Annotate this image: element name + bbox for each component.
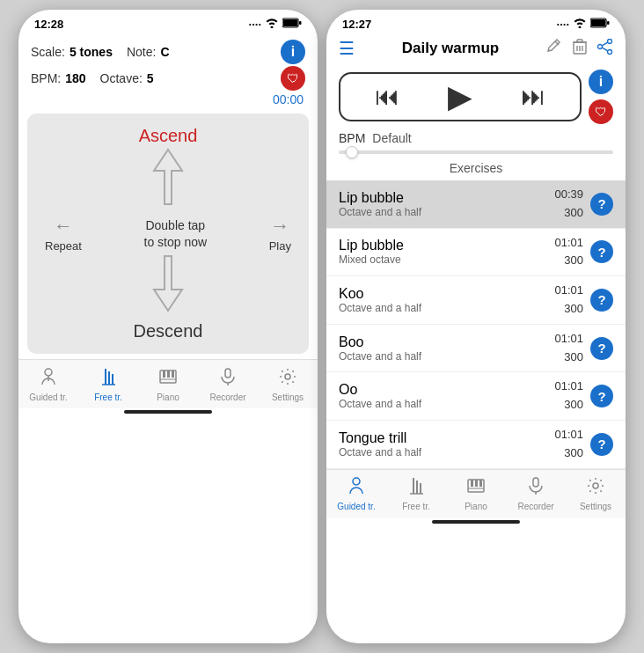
piano-icon — [158, 367, 178, 391]
svg-rect-9 — [112, 374, 113, 385]
next-button[interactable]: ⏭ — [521, 84, 545, 109]
right-bottom-nav: Guided tr. Free tr. Piano — [326, 469, 626, 518]
exercise-row-0[interactable]: Lip bubble Octave and a half 00:39300 ? — [326, 180, 626, 229]
exercise-sub-2: Octave and a half — [339, 302, 554, 314]
scale-label: Scale: — [31, 45, 65, 59]
right-nav-recorder[interactable]: Recorder — [506, 470, 566, 518]
info-button-right[interactable]: i — [589, 70, 613, 94]
bpm-value: 180 — [65, 71, 85, 85]
exercise-row-2[interactable]: Koo Octave and a half 01:01300 ? — [326, 276, 626, 325]
exercise-help-btn-3[interactable]: ? — [590, 337, 613, 360]
share-button[interactable] — [597, 39, 613, 59]
exercise-row-4[interactable]: Oo Octave and a half 01:01300 ? — [326, 372, 626, 421]
right-status-bar: 12:27 ···· — [326, 10, 626, 34]
exercise-info-2: Koo Octave and a half — [339, 286, 554, 314]
svg-point-31 — [598, 44, 603, 48]
slider-thumb[interactable] — [346, 146, 358, 158]
slider-track[interactable] — [339, 150, 613, 154]
exercise-name-0: Lip bubble — [339, 190, 554, 206]
avatar-button-right[interactable]: 🛡 — [589, 99, 613, 124]
exercise-row-5[interactable]: Tongue trill Octave and a half 01:01300 … — [326, 421, 626, 469]
svg-rect-25 — [577, 40, 582, 42]
trash-button[interactable] — [573, 39, 587, 59]
hamburger-button[interactable]: ☰ — [339, 38, 355, 59]
nav-recorder-label: Recorder — [209, 393, 245, 402]
left-battery-icon — [282, 18, 302, 31]
exercise-times-0: 00:39300 — [554, 186, 583, 223]
settings-button[interactable]: 🛡 — [281, 66, 305, 91]
player-section: ⏮ ▶ ⏭ i 🛡 — [326, 62, 626, 128]
settings-icon — [278, 367, 297, 391]
right-piano-icon — [466, 476, 486, 500]
exercise-help-btn-4[interactable]: ? — [590, 385, 613, 407]
left-status-bar: 12:28 ···· — [18, 10, 318, 34]
exercise-info-3: Boo Octave and a half — [339, 334, 554, 363]
exercise-help-btn-1[interactable]: ? — [590, 240, 613, 263]
right-nav-free-label: Free tr. — [402, 502, 430, 511]
exercise-times-4: 01:01300 — [554, 378, 583, 415]
edit-button[interactable] — [546, 39, 562, 59]
exercise-times-1: 01:01300 — [554, 234, 583, 271]
exercise-info-1: Lip bubble Mixed octave — [339, 238, 554, 266]
scale-value: 5 tones — [70, 45, 113, 59]
svg-rect-14 — [167, 371, 170, 378]
exercise-times-3: 01:01300 — [554, 330, 583, 367]
exercise-row-3[interactable]: Boo Octave and a half 01:01300 ? — [326, 325, 626, 373]
exercise-row-1[interactable]: Lip bubble Mixed octave 01:01300 ? — [326, 229, 626, 277]
right-time: 12:27 — [342, 18, 371, 31]
right-nav-settings-label: Settings — [580, 502, 611, 511]
up-arrow-icon — [150, 146, 186, 215]
nav-free-label: Free tr. — [94, 393, 122, 402]
left-header: Scale: 5 tones Note: C i BPM: — [18, 34, 318, 110]
exercise-sub-3: Octave and a half — [339, 350, 554, 363]
nav-guided-tr[interactable]: Guided tr. — [18, 360, 78, 408]
svg-rect-16 — [225, 369, 231, 378]
exercise-help-btn-2[interactable]: ? — [590, 289, 613, 312]
slider-row[interactable] — [326, 149, 626, 159]
play-button[interactable]: → Play — [269, 215, 291, 253]
right-nav-settings[interactable]: Settings — [566, 470, 626, 518]
svg-rect-21 — [607, 21, 610, 25]
bpm-label-right: BPM — [339, 131, 365, 145]
right-nav-guided-label: Guided tr. — [337, 502, 375, 511]
controls-row: ← Repeat Double tapto stop now → Play — [36, 215, 300, 253]
svg-rect-42 — [475, 480, 478, 487]
exercise-name-2: Koo — [339, 286, 554, 302]
exercise-name-4: Oo — [339, 382, 554, 398]
down-arrow-icon — [150, 253, 186, 321]
right-nav-recorder-label: Recorder — [517, 502, 553, 511]
svg-rect-13 — [163, 371, 165, 378]
bpm-default-value: Default — [372, 131, 411, 145]
left-bottom-nav: Guided tr. Free tr. Piano — [18, 359, 318, 408]
svg-marker-3 — [154, 150, 182, 204]
right-battery-icon — [590, 18, 610, 31]
right-nav-guided-tr[interactable]: Guided tr. — [326, 470, 386, 518]
exercise-help-btn-5[interactable]: ? — [590, 433, 613, 456]
right-nav-piano[interactable]: Piano — [446, 470, 506, 518]
svg-rect-20 — [591, 19, 605, 26]
nav-recorder[interactable]: Recorder — [198, 360, 258, 408]
repeat-button[interactable]: ← Repeat — [45, 215, 82, 253]
prev-button[interactable]: ⏮ — [375, 84, 399, 109]
right-recorder-icon — [526, 476, 545, 500]
svg-point-46 — [593, 483, 598, 488]
info-button[interactable]: i — [281, 40, 305, 64]
player-controls: ⏮ ▶ ⏭ — [339, 72, 582, 121]
right-nav-free-tr[interactable]: Free tr. — [386, 470, 446, 518]
svg-rect-35 — [413, 478, 414, 494]
nav-piano[interactable]: Piano — [138, 360, 198, 408]
exercise-name-3: Boo — [339, 334, 554, 350]
free-tr-icon — [99, 367, 118, 391]
nav-free-tr[interactable]: Free tr. — [78, 360, 138, 408]
svg-rect-43 — [479, 480, 482, 487]
play-pause-button[interactable]: ▶ — [448, 81, 472, 113]
svg-marker-4 — [154, 256, 182, 311]
exercise-name-5: Tongue trill — [339, 430, 554, 446]
svg-point-29 — [608, 39, 612, 43]
descend-label: Descend — [134, 321, 203, 341]
play-label: Play — [269, 239, 291, 253]
timer: 00:00 — [273, 92, 304, 106]
exercise-help-btn-0[interactable]: ? — [590, 193, 613, 216]
nav-settings[interactable]: Settings — [258, 360, 318, 408]
exercises-label: Exercises — [326, 159, 626, 177]
